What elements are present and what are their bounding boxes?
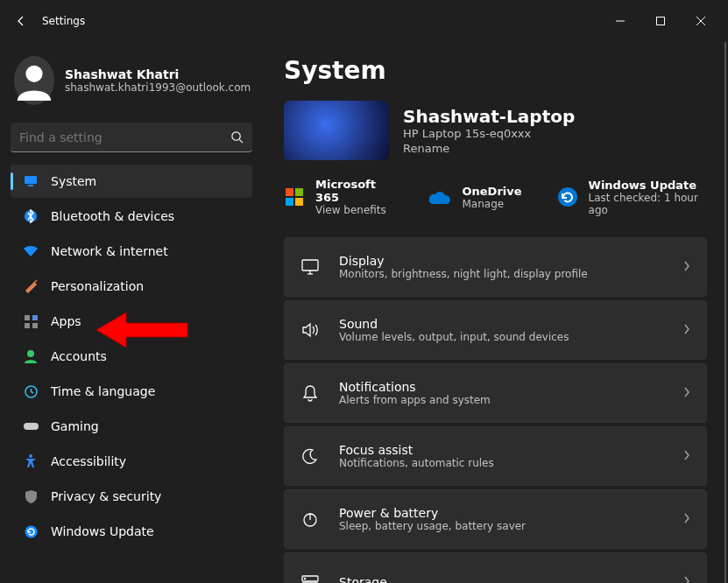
maximize-icon	[656, 17, 665, 25]
sound-icon	[300, 322, 320, 338]
sidebar-item-label: Personalization	[51, 279, 144, 293]
profile-name: Shashwat Khatri	[65, 67, 251, 81]
svg-point-23	[558, 187, 577, 207]
sidebar-item-label: Privacy & security	[51, 489, 161, 503]
sidebar-item-label: Network & internet	[51, 244, 168, 258]
chevron-right-icon	[683, 511, 690, 528]
close-icon	[696, 17, 705, 25]
card-sub: Alerts from apps and system	[339, 394, 664, 406]
chevron-right-icon	[683, 322, 690, 339]
svg-line-6	[239, 139, 243, 143]
moon-icon	[300, 448, 320, 464]
svg-rect-22	[295, 198, 303, 206]
shield-icon	[23, 488, 39, 504]
sidebar-item-label: Apps	[51, 314, 81, 328]
gamepad-icon	[23, 418, 39, 434]
sidebar-item-privacy[interactable]: Privacy & security	[11, 480, 252, 513]
person-icon	[23, 348, 39, 364]
nav: SystemBluetooth & devicesNetwork & inter…	[11, 165, 252, 548]
status-ms365[interactable]: Microsoft 365View benefits	[284, 178, 393, 216]
device-thumbnail	[284, 101, 389, 160]
status-sub: View benefits	[315, 204, 393, 216]
svg-point-17	[29, 454, 32, 458]
sidebar-item-network[interactable]: Network & internet	[11, 235, 252, 268]
card-title: Notifications	[339, 380, 664, 394]
page-title: System	[284, 56, 707, 85]
maximize-button[interactable]	[640, 7, 681, 35]
card-title: Focus assist	[339, 443, 664, 457]
svg-rect-19	[286, 188, 293, 196]
sidebar-item-update[interactable]: Windows Update	[11, 515, 252, 548]
svg-rect-10	[25, 315, 30, 320]
titlebar-title: Settings	[42, 15, 85, 27]
card-title: Sound	[339, 317, 664, 331]
card-sub: Volume levels, output, input, sound devi…	[339, 331, 664, 343]
sidebar-item-time[interactable]: Time & language	[11, 375, 252, 408]
card-sound[interactable]: SoundVolume levels, output, input, sound…	[284, 300, 707, 360]
sidebar-item-label: System	[51, 174, 96, 188]
card-power-battery[interactable]: Power & batterySleep, battery usage, bat…	[284, 489, 707, 549]
monitor-icon	[23, 173, 39, 189]
svg-rect-21	[286, 198, 293, 206]
device-model: HP Laptop 15s-eq0xxx	[403, 127, 575, 140]
sidebar-item-label: Accessibility	[51, 454, 126, 468]
sidebar-item-personalization[interactable]: Personalization	[11, 270, 252, 303]
display-icon	[300, 259, 320, 275]
search-input[interactable]	[19, 130, 230, 144]
sidebar-item-label: Time & language	[51, 384, 155, 398]
clock-icon	[23, 383, 39, 399]
bell-icon	[300, 384, 320, 402]
status-title: OneDrive	[462, 185, 521, 198]
chevron-right-icon	[683, 385, 690, 402]
ms365-icon	[284, 186, 305, 208]
storage-icon	[300, 575, 320, 583]
search-box[interactable]	[11, 123, 252, 152]
status-onedrive[interactable]: OneDriveManage	[428, 178, 521, 216]
content: System Shashwat-Laptop HP Laptop 15s-eq0…	[263, 42, 728, 583]
svg-rect-1	[657, 18, 665, 25]
sidebar-item-gaming[interactable]: Gaming	[11, 410, 252, 443]
card-storage[interactable]: Storage	[284, 552, 707, 583]
device-rename-link[interactable]: Rename	[403, 142, 575, 155]
svg-rect-13	[32, 323, 38, 328]
svg-rect-20	[295, 188, 303, 196]
status-sub: Last checked: 1 hour ago	[589, 192, 707, 216]
svg-rect-11	[32, 315, 38, 320]
card-sub: Notifications, automatic rules	[339, 457, 664, 469]
card-notifications[interactable]: NotificationsAlerts from apps and system	[284, 363, 707, 423]
back-button[interactable]	[7, 7, 35, 35]
sidebar-item-label: Gaming	[51, 419, 99, 433]
card-title: Display	[339, 254, 664, 268]
status-title: Windows Update	[589, 179, 707, 192]
sidebar-item-label: Accounts	[51, 349, 107, 363]
search-icon	[230, 130, 244, 144]
close-button[interactable]	[681, 7, 721, 35]
sidebar-item-accounts[interactable]: Accounts	[11, 340, 252, 373]
sidebar-item-apps[interactable]: Apps	[11, 305, 252, 338]
device-row: Shashwat-Laptop HP Laptop 15s-eq0xxx Ren…	[284, 101, 707, 160]
minimize-button[interactable]	[600, 7, 640, 35]
svg-point-5	[232, 132, 240, 140]
onedrive-icon	[428, 186, 451, 208]
avatar	[14, 56, 54, 105]
svg-rect-16	[24, 423, 39, 430]
status-winupdate[interactable]: Windows UpdateLast checked: 1 hour ago	[557, 178, 707, 216]
chevron-right-icon	[683, 259, 690, 276]
sidebar-item-label: Windows Update	[51, 524, 154, 538]
card-focus-assist[interactable]: Focus assistNotifications, automatic rul…	[284, 426, 707, 486]
accessibility-icon	[23, 453, 39, 469]
svg-point-14	[27, 350, 34, 357]
sidebar-item-bluetooth[interactable]: Bluetooth & devices	[11, 200, 252, 233]
cards-list: DisplayMonitors, brightness, night light…	[284, 237, 707, 583]
status-title: Microsoft 365	[315, 178, 393, 204]
sidebar-item-system[interactable]: System	[11, 165, 252, 198]
brush-icon	[23, 278, 39, 294]
power-icon	[300, 510, 320, 528]
card-display[interactable]: DisplayMonitors, brightness, night light…	[284, 237, 707, 297]
back-icon	[14, 14, 28, 28]
card-title: Storage	[339, 575, 664, 583]
sidebar-item-accessibility[interactable]: Accessibility	[11, 445, 252, 478]
scrollbar[interactable]	[724, 42, 726, 583]
profile-email: shashwat.khatri1993@outlook.com	[65, 81, 251, 94]
profile[interactable]: Shashwat Khatri shashwat.khatri1993@outl…	[11, 49, 252, 119]
